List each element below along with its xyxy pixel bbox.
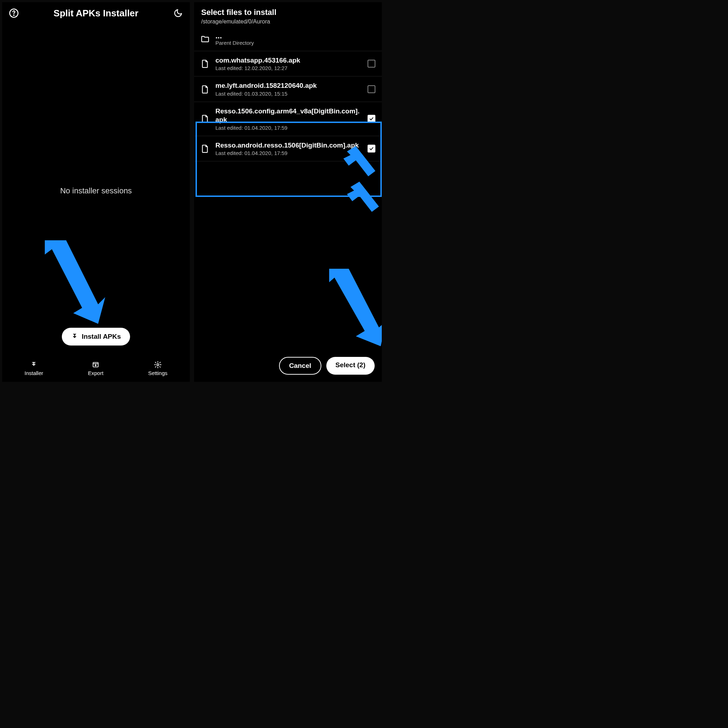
bottom-nav: Installer Export Settings [2, 357, 190, 382]
file-checkbox[interactable] [367, 60, 375, 67]
file-picker-footer: Cancel Select (2) [279, 357, 375, 375]
installer-panel: Split APKs Installer No installer sessio… [2, 2, 191, 382]
svg-marker-7 [329, 269, 382, 346]
file-list: ... Parent Directory com.whatsapp.453166… [194, 28, 382, 161]
nav-settings-label: Settings [148, 370, 167, 376]
file-row[interactable]: Resso.android.resso.1506[DigitBin.com].a… [194, 136, 382, 162]
file-picker-panel: Select files to install /storage/emulate… [193, 2, 382, 382]
annotation-arrow-select [322, 265, 382, 348]
file-checkbox[interactable] [367, 85, 375, 93]
file-meta: Last edited: 01.03.2020, 15:15 [216, 91, 362, 97]
file-name: me.lyft.android.1582120640.apk [216, 81, 362, 90]
parent-directory-row[interactable]: ... Parent Directory [194, 28, 382, 51]
file-checkbox[interactable] [367, 115, 375, 122]
nav-installer[interactable]: Installer [24, 361, 43, 376]
app-title: Split APKs Installer [20, 8, 172, 19]
file-name: com.whatsapp.453166.apk [216, 56, 362, 65]
file-picker-path: /storage/emulated/0/Aurora [201, 18, 375, 25]
parent-dots: ... [216, 33, 375, 39]
theme-toggle-icon[interactable] [172, 7, 184, 19]
file-row[interactable]: com.whatsapp.453166.apk Last edited: 12.… [194, 51, 382, 77]
file-name: Resso.1506.config.arm64_v8a[DigitBin.com… [216, 107, 362, 124]
nav-export[interactable]: Export [88, 361, 103, 376]
file-checkbox[interactable] [367, 145, 375, 153]
file-row[interactable]: me.lyft.android.1582120640.apk Last edit… [194, 76, 382, 102]
file-icon [200, 144, 210, 153]
file-meta: Last edited: 01.04.2020, 17:59 [216, 125, 362, 131]
select-button[interactable]: Select (2) [326, 357, 375, 375]
install-apks-button[interactable]: Install APKs [62, 328, 130, 346]
svg-point-3 [157, 364, 159, 366]
file-picker-title: Select files to install [201, 8, 375, 17]
nav-installer-label: Installer [24, 370, 43, 376]
file-row[interactable]: Resso.1506.config.arm64_v8a[DigitBin.com… [194, 102, 382, 136]
svg-marker-6 [347, 182, 379, 212]
folder-icon [200, 35, 210, 44]
cancel-button[interactable]: Cancel [279, 357, 321, 375]
file-icon [200, 59, 210, 68]
toolbar: Split APKs Installer [2, 2, 190, 24]
file-meta: Last edited: 12.02.2020, 12:27 [216, 65, 362, 71]
install-apks-label: Install APKs [82, 333, 121, 341]
file-icon [200, 85, 210, 94]
nav-export-label: Export [88, 370, 103, 376]
file-name: Resso.android.resso.1506[DigitBin.com].a… [216, 141, 362, 150]
empty-state-message: No installer sessions [2, 24, 190, 357]
nav-settings[interactable]: Settings [148, 361, 167, 376]
annotation-arrow-check2 [347, 180, 379, 217]
file-meta: Last edited: 01.04.2020, 17:59 [216, 150, 362, 156]
file-icon [200, 114, 210, 123]
help-icon[interactable] [8, 7, 20, 19]
svg-point-1 [14, 15, 15, 16]
parent-label: Parent Directory [216, 40, 375, 46]
file-picker-header: Select files to install /storage/emulate… [194, 2, 382, 28]
